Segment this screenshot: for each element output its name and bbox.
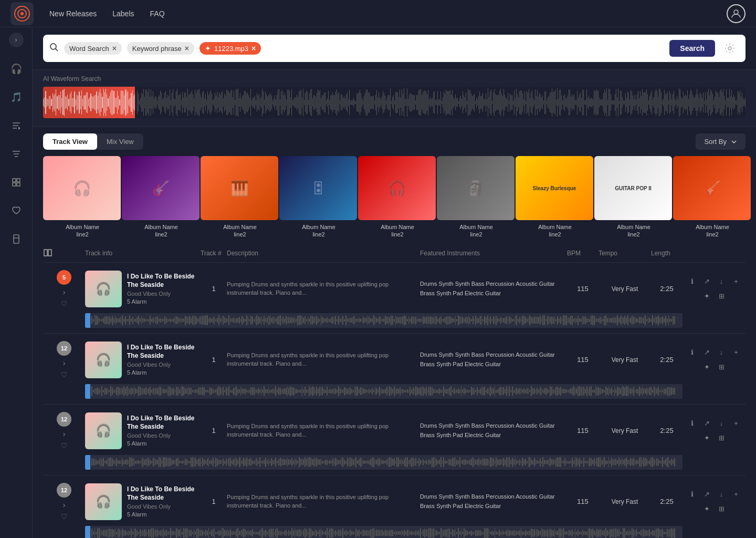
album-name2-1: line2 — [43, 231, 122, 238]
track-thumbnail[interactable]: 🎧 — [85, 342, 122, 378]
action-share-icon[interactable]: ↗ — [700, 488, 713, 501]
track-expand[interactable]: › — [63, 430, 66, 438]
action-grid-icon[interactable]: ⊞ — [715, 503, 728, 515]
album-item-3[interactable]: 🎹 Album Name line2 — [201, 156, 279, 239]
track-heart[interactable]: ♡ — [61, 370, 68, 379]
action-info-icon[interactable]: ℹ — [686, 275, 698, 288]
action-ai-icon[interactable]: ✦ — [700, 503, 713, 515]
album-item-7[interactable]: Sleazy Burlesque Album Name line2 — [516, 156, 594, 239]
sidebar-icon-playlist[interactable] — [7, 116, 26, 135]
album-item-5[interactable]: 🎧 Album Name line2 — [358, 156, 437, 239]
track-expand[interactable]: › — [63, 359, 66, 367]
track-title: I Do Like To Be Beside The Seaside — [127, 485, 201, 502]
nav-new-releases[interactable]: New Releases — [49, 9, 97, 18]
track-waveform[interactable] — [85, 526, 682, 538]
track-expand[interactable]: › — [63, 288, 66, 296]
action-add-icon[interactable]: + — [730, 488, 742, 501]
track-tempo: Very Fast — [598, 356, 651, 364]
action-add-icon[interactable]: + — [730, 417, 742, 430]
album-item-9[interactable]: 🎸 Album Name line2 — [673, 156, 752, 239]
sort-button[interactable]: Sort By — [696, 133, 746, 150]
search-area: Word Search × Keyword phrase × ✦ 11223.m… — [33, 27, 756, 70]
action-download-icon[interactable]: ↓ — [715, 346, 728, 359]
col-layout[interactable] — [43, 248, 85, 259]
album-item-2[interactable]: 🎸 Album Name line2 — [122, 156, 201, 239]
main-content: Word Search × Keyword phrase × ✦ 11223.m… — [33, 27, 756, 538]
waveform-container[interactable] — [43, 87, 746, 118]
remove-keyword-tag[interactable]: × — [185, 44, 189, 53]
action-download-icon[interactable]: ↓ — [715, 488, 728, 501]
action-ai-icon[interactable]: ✦ — [700, 432, 713, 444]
search-settings-icon[interactable] — [720, 39, 739, 58]
album-cover-1: 🎧 — [43, 156, 121, 220]
search-icon — [49, 43, 59, 54]
waveform-area: AI Waveform Search — [33, 70, 756, 127]
search-tag-keyword[interactable]: Keyword phrase × — [127, 42, 194, 55]
wave-bars-remaining — [137, 87, 746, 118]
track-waveform[interactable] — [85, 313, 682, 328]
action-info-icon[interactable]: ℹ — [686, 346, 698, 359]
track-label: 5 Alarm — [127, 369, 201, 376]
album-item-1[interactable]: 🎧 Album Name line2 — [43, 156, 122, 239]
search-button[interactable]: Search — [669, 40, 715, 57]
svg-point-16 — [50, 44, 56, 49]
track-number: 1 — [201, 498, 227, 505]
svg-point-1 — [20, 12, 24, 15]
action-grid-icon[interactable]: ⊞ — [715, 432, 728, 444]
track-heart[interactable]: ♡ — [61, 441, 68, 450]
sidebar-icon-heart[interactable] — [7, 201, 26, 220]
action-info-icon[interactable]: ℹ — [686, 417, 698, 430]
remove-word-tag[interactable]: × — [112, 44, 117, 53]
album-item-4[interactable]: 🎛 Album Name line2 — [279, 156, 358, 239]
track-waveform[interactable] — [85, 384, 682, 399]
tab-track-view[interactable]: Track View — [43, 133, 97, 150]
action-share-icon[interactable]: ↗ — [700, 417, 713, 430]
action-info-icon[interactable]: ℹ — [686, 488, 698, 501]
track-label: 5 Alarm — [127, 440, 201, 447]
action-share-icon[interactable]: ↗ — [700, 346, 713, 359]
track-tempo: Very Fast — [598, 427, 651, 434]
action-share-icon[interactable]: ↗ — [700, 275, 713, 288]
track-number: 1 — [201, 427, 227, 434]
track-heart[interactable]: ♡ — [61, 512, 68, 521]
track-list-header: Track info Track # Description Featured … — [43, 245, 746, 263]
track-subtitle: Good Vibes Only — [127, 361, 201, 368]
action-add-icon[interactable]: + — [730, 346, 742, 359]
album-name2-5: line2 — [358, 231, 437, 238]
track-heart[interactable]: ♡ — [61, 299, 68, 308]
track-thumbnail[interactable]: 🎧 — [85, 483, 122, 520]
sidebar-icon-filter[interactable] — [7, 144, 26, 163]
action-ai-icon[interactable]: ✦ — [700, 361, 713, 374]
sidebar-icon-layers[interactable] — [7, 173, 26, 192]
track-actions: ℹ↗↓+✦⊞ — [682, 346, 746, 374]
remove-audio-tag[interactable]: × — [251, 44, 256, 53]
action-ai-icon[interactable]: ✦ — [700, 290, 713, 303]
track-thumbnail[interactable]: 🎧 — [85, 412, 122, 449]
track-waveform[interactable] — [85, 455, 682, 470]
action-download-icon[interactable]: ↓ — [715, 275, 728, 288]
action-grid-icon[interactable]: ⊞ — [715, 361, 728, 374]
album-name-7: Album Name — [516, 223, 594, 231]
track-thumbnail[interactable]: 🎧 — [85, 271, 122, 307]
search-tag-audio[interactable]: ✦ 11223.mp3 × — [200, 42, 261, 55]
album-name-2: Album Name — [122, 223, 201, 231]
album-item-8[interactable]: GUITAR POP II Album Name line2 — [594, 156, 673, 239]
sidebar-toggle[interactable]: › — [9, 33, 24, 47]
tab-mix-view[interactable]: Mix View — [97, 133, 143, 150]
action-download-icon[interactable]: ↓ — [715, 417, 728, 430]
nav-labels[interactable]: Labels — [112, 9, 134, 18]
nav-faq[interactable]: FAQ — [150, 9, 165, 18]
user-icon[interactable] — [727, 4, 746, 23]
track-expand[interactable]: › — [63, 501, 66, 509]
album-item-6[interactable]: 🗿 Album Name line2 — [437, 156, 516, 239]
track-info-text: I Do Like To Be Beside The SeasideGood V… — [127, 273, 201, 305]
sidebar-icon-music[interactable]: 🎵 — [7, 88, 26, 107]
sidebar-icon-headphones[interactable]: 🎧 — [7, 59, 26, 78]
search-tag-word[interactable]: Word Search × — [64, 42, 122, 55]
action-add-icon[interactable]: + — [730, 275, 742, 288]
action-grid-icon[interactable]: ⊞ — [715, 290, 728, 303]
logo[interactable] — [10, 2, 34, 25]
svg-rect-13 — [17, 183, 20, 186]
search-input[interactable] — [266, 44, 664, 53]
sidebar-icon-bookmark[interactable] — [7, 230, 26, 249]
